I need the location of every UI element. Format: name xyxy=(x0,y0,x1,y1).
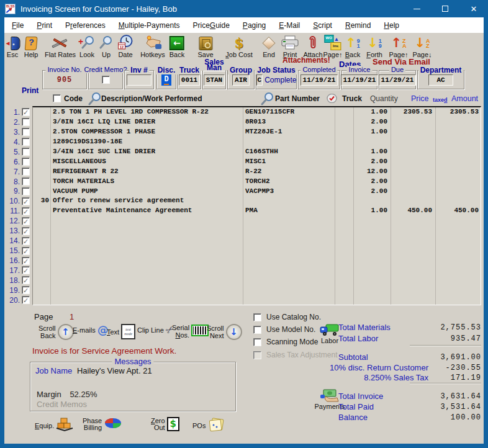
print-row-checkbox[interactable] xyxy=(22,118,30,126)
menu-e-mail[interactable]: E-Mail xyxy=(279,21,300,30)
cell-part[interactable] xyxy=(243,266,335,276)
cell-desc[interactable] xyxy=(50,266,243,276)
toolbar-hotkeys-hand-button[interactable]: Hotkeys xyxy=(140,34,165,58)
toolbar-print-printer-button[interactable]: Print xyxy=(281,34,299,58)
cell-amt[interactable] xyxy=(435,226,481,236)
cell-trk[interactable] xyxy=(335,196,353,206)
cell-pr[interactable] xyxy=(391,157,435,167)
cell-amt[interactable] xyxy=(435,276,481,285)
cell-desc[interactable] xyxy=(50,285,243,295)
cell-amt[interactable] xyxy=(435,246,481,256)
print-row-checkbox[interactable] xyxy=(22,257,30,265)
cell-desc[interactable] xyxy=(50,295,243,305)
cell-pr[interactable] xyxy=(391,246,435,256)
scroll-next-button[interactable]: ScrollNext↓ xyxy=(207,324,242,340)
close-button[interactable]: ✕ xyxy=(459,0,488,17)
cell-trk[interactable] xyxy=(335,276,353,285)
cell-code[interactable] xyxy=(33,137,50,147)
cell-desc[interactable]: TORCH MATERIALS xyxy=(50,177,243,187)
use-catalog-no-checkbox[interactable] xyxy=(253,313,261,321)
maximize-button[interactable] xyxy=(431,0,459,17)
emails-button[interactable]: E-mails@ xyxy=(73,324,109,336)
table-row-1[interactable]: 2.5 TON 1 PH LEVEL 1RD COMPRESSOR R-22GE… xyxy=(33,107,481,117)
cell-desc[interactable]: Preventative Maintenance Agreement xyxy=(50,206,243,216)
menu-priceguide[interactable]: PriceGuide xyxy=(192,21,229,30)
scanning-mode-checkbox[interactable] xyxy=(253,338,261,346)
toolbar-page-sortza-button[interactable]: ↑ZAPage↑ xyxy=(389,34,408,58)
cell-code[interactable]: 30 xyxy=(33,196,50,206)
cell-trk[interactable] xyxy=(335,127,353,137)
cell-desc[interactable]: 3/8IN 16CI LIQ LINE DRIER xyxy=(50,117,243,127)
cell-pr[interactable] xyxy=(391,167,435,177)
menu-file[interactable]: File xyxy=(12,21,24,30)
cell-qty[interactable] xyxy=(353,246,391,256)
cell-code[interactable] xyxy=(33,127,50,137)
cell-pr[interactable] xyxy=(391,216,435,226)
cell-code[interactable] xyxy=(33,236,50,246)
cell-amt[interactable] xyxy=(435,236,481,246)
cell-part[interactable] xyxy=(243,216,335,226)
cell-trk[interactable] xyxy=(335,236,353,246)
cell-desc[interactable]: 2.5TON COMPRESSOR 1 PHASE xyxy=(50,127,243,137)
print-row-checkbox[interactable] xyxy=(22,237,30,245)
cell-code[interactable] xyxy=(33,187,50,197)
minimize-button[interactable] xyxy=(402,0,431,17)
scroll-back-button[interactable]: ScrollBack↑ xyxy=(38,324,74,340)
print-row-checkbox[interactable] xyxy=(22,207,30,215)
cell-amt[interactable] xyxy=(435,285,481,295)
menu-multiple-payments[interactable]: Multiple-Payments xyxy=(119,21,180,30)
toolbar-end-diamond-button[interactable]: End xyxy=(262,34,276,58)
cell-part[interactable]: VACPMP3 xyxy=(243,187,335,197)
toolbar-forth-sort19-button[interactable]: ↓19Forth xyxy=(366,34,382,58)
cell-desc[interactable]: MISCELLANEOUS xyxy=(50,157,243,167)
cell-qty[interactable]: 2.00 xyxy=(353,177,391,187)
table-row-16[interactable] xyxy=(33,256,481,266)
group-input[interactable]: AIR xyxy=(232,74,250,86)
cell-amt[interactable] xyxy=(435,167,481,177)
cell-trk[interactable] xyxy=(335,187,353,197)
cell-pr[interactable] xyxy=(391,276,435,285)
cell-code[interactable] xyxy=(33,295,50,305)
table-row-6[interactable]: MISCELLANEOUSMISC12.00 xyxy=(33,157,481,167)
pos-button[interactable]: POs xyxy=(192,417,226,435)
table-row-7[interactable]: REFRIGERANT R 22R-2212.00 xyxy=(33,167,481,177)
cell-code[interactable] xyxy=(33,147,50,157)
table-row-15[interactable] xyxy=(33,246,481,256)
salesman-input[interactable]: STAN xyxy=(204,74,225,86)
cell-amt[interactable] xyxy=(435,196,481,206)
cell-pr[interactable] xyxy=(391,187,435,197)
toolbar-job-cost-dollar-button[interactable]: $Job Cost xyxy=(225,34,252,58)
cell-pr[interactable] xyxy=(391,177,435,187)
cell-amt[interactable] xyxy=(435,127,481,137)
cell-code[interactable] xyxy=(33,157,50,167)
cell-qty[interactable]: 1.00 xyxy=(353,206,391,216)
select-all-checkbox[interactable] xyxy=(53,94,61,102)
cell-part[interactable] xyxy=(243,276,335,285)
cell-trk[interactable] xyxy=(335,177,353,187)
cell-desc[interactable] xyxy=(50,256,243,266)
cell-trk[interactable] xyxy=(335,206,353,216)
cell-part[interactable]: PMA xyxy=(243,206,335,216)
cell-part[interactable] xyxy=(243,226,335,236)
cell-trk[interactable] xyxy=(335,246,353,256)
cell-code[interactable] xyxy=(33,216,50,226)
cell-qty[interactable] xyxy=(353,276,391,285)
cell-desc[interactable] xyxy=(50,236,243,246)
toolbar-save-safe-button[interactable]: Save xyxy=(197,34,213,58)
cell-code[interactable] xyxy=(33,266,50,276)
cell-qty[interactable]: 1.00 xyxy=(353,147,391,157)
print-row-checkbox[interactable] xyxy=(22,197,30,205)
cell-amt[interactable] xyxy=(435,117,481,127)
cell-desc[interactable]: REFRIGERANT R 22 xyxy=(50,167,243,177)
serial-nos-button[interactable]: SerialNos. xyxy=(172,324,209,339)
toolbar-flat-rates-tools-button[interactable]: Flat Rates xyxy=(45,34,76,58)
cell-qty[interactable] xyxy=(353,236,391,246)
toolbar-esc-door-button[interactable]: Esc xyxy=(5,34,20,58)
cell-pr[interactable] xyxy=(391,117,435,127)
cell-qty[interactable] xyxy=(353,196,391,206)
cell-part[interactable]: GEN107115CFR xyxy=(243,107,335,117)
cell-qty[interactable]: 12.00 xyxy=(353,167,391,177)
print-row-checkbox[interactable] xyxy=(22,158,30,166)
cell-pr[interactable] xyxy=(391,295,435,305)
equipment-button[interactable]: Equip. xyxy=(35,417,73,434)
